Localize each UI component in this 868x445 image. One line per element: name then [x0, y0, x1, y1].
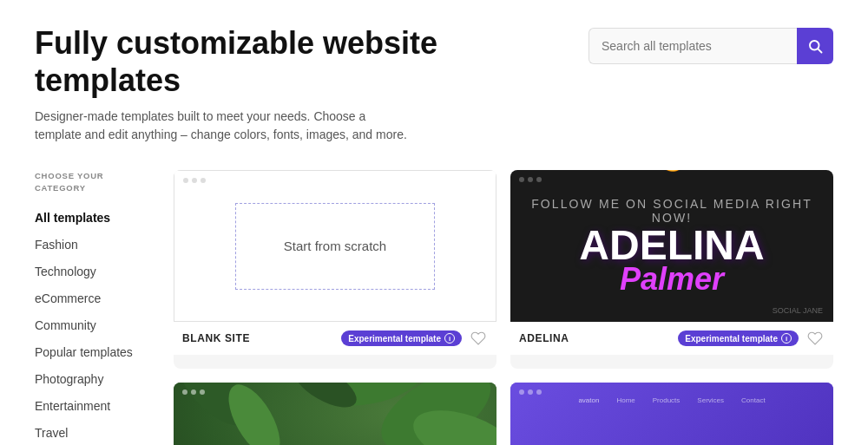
- card-badges-adelina: Experimental template i: [678, 329, 825, 348]
- card-name-blank-site: BLANK SITE: [182, 332, 250, 344]
- sidebar: CHOOSE YOUR CATEGORY All templates Fashi…: [35, 170, 148, 445]
- sidebar-item-community[interactable]: Community: [35, 313, 148, 338]
- template-card-adelina[interactable]: FOLLOW ME ON SOCIAL MEDIA RIGHT NOW! ADE…: [510, 170, 833, 368]
- page-subtitle: Designer-made templates built to meet yo…: [35, 108, 408, 144]
- card-footer-blank-site: BLANK SITE Experimental template i: [174, 322, 496, 355]
- card-footer-adelina: ADELINA Experimental template i: [510, 322, 833, 355]
- blank-site-start-text: Start from scratch: [235, 203, 435, 290]
- experimental-badge-adelina: Experimental template i: [678, 330, 799, 346]
- svg-line-1: [818, 49, 821, 52]
- experimental-badge-blank-site: Experimental template i: [341, 330, 462, 346]
- sidebar-nav: All templates Fashion Technology eCommer…: [35, 206, 148, 445]
- info-icon-adelina: i: [781, 333, 792, 344]
- sidebar-item-entertainment[interactable]: Entertainment: [35, 394, 148, 419]
- search-button[interactable]: [797, 28, 833, 64]
- card-badges-blank-site: Experimental template i: [341, 329, 488, 348]
- sidebar-item-technology[interactable]: Technology: [35, 259, 148, 285]
- search-icon: [807, 38, 823, 54]
- info-icon-blank-site: i: [444, 333, 455, 344]
- search-input[interactable]: [589, 28, 797, 64]
- sidebar-item-fashion[interactable]: Fashion: [35, 232, 148, 258]
- sidebar-item-all-templates[interactable]: All templates: [35, 206, 148, 231]
- header-text-block: Fully customizable website templates Des…: [35, 24, 589, 144]
- category-label: CHOOSE YOUR CATEGORY: [35, 170, 148, 193]
- search-area: [589, 28, 833, 64]
- heart-icon-adelina: [807, 330, 823, 346]
- autodose-dots: [519, 389, 542, 395]
- card-image-blank-site: Start from scratch: [174, 170, 496, 322]
- favorite-button-blank-site[interactable]: [469, 329, 488, 348]
- template-card-blank-site[interactable]: Start from scratch BLANK SITE Experiment…: [174, 170, 496, 368]
- favorite-button-adelina[interactable]: [806, 329, 825, 348]
- template-card-marcia-cocco[interactable]: Marcia Cocco MARCIA COCCO: [174, 383, 496, 445]
- card-image-adelina: FOLLOW ME ON SOCIAL MEDIA RIGHT NOW! ADE…: [510, 170, 833, 322]
- sidebar-item-ecommerce[interactable]: eCommerce: [35, 286, 148, 311]
- marcia-dots: [182, 389, 205, 395]
- page-title: Fully customizable website templates: [35, 24, 589, 99]
- sidebar-item-travel[interactable]: Travel: [35, 421, 148, 445]
- sidebar-item-photography[interactable]: Photography: [35, 367, 148, 392]
- card-name-adelina: ADELINA: [519, 332, 569, 344]
- card-image-marcia-cocco: Marcia Cocco: [174, 383, 496, 445]
- heart-icon-blank-site: [470, 330, 486, 346]
- templates-grid: Start from scratch BLANK SITE Experiment…: [174, 170, 833, 445]
- marcia-leaves-svg: [174, 383, 496, 445]
- sidebar-item-popular-templates[interactable]: Popular templates: [35, 340, 148, 365]
- card-image-autodose: avaton Home Products Services Contact: [510, 383, 833, 445]
- template-card-autodose[interactable]: avaton Home Products Services Contact: [510, 383, 833, 445]
